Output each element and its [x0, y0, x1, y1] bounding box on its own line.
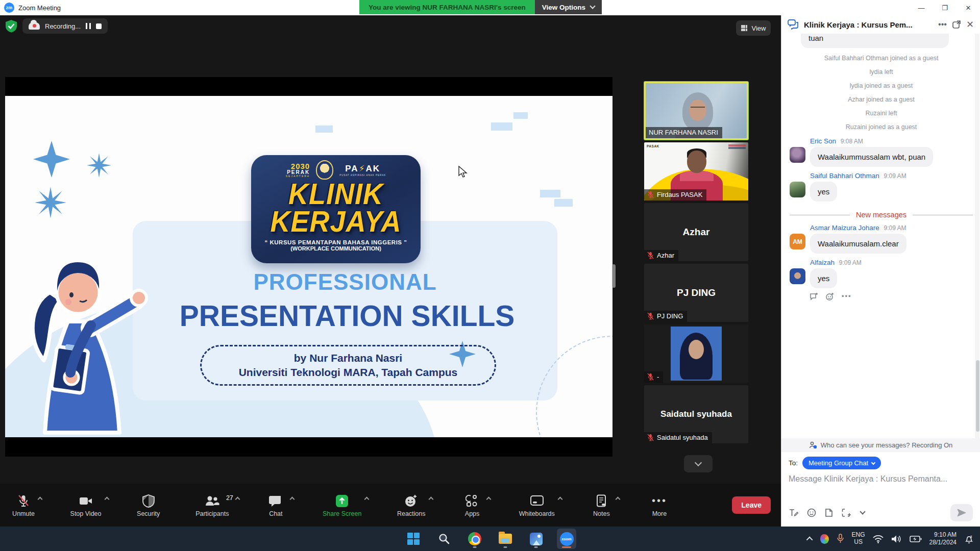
message-time: 9:08 AM [841, 138, 863, 145]
muted-mic-icon [647, 434, 654, 441]
chevron-up-icon[interactable] [104, 496, 109, 502]
toolbar-label: Stop Video [70, 510, 102, 517]
participant-name: Azhar [657, 252, 674, 259]
view-layout-button[interactable]: View [736, 20, 771, 36]
taskbar-chrome-button[interactable] [465, 529, 484, 549]
video-tile-nur-farhana[interactable]: NUR FARHANA NASRI [644, 82, 748, 140]
add-reaction-icon[interactable] [826, 292, 835, 300]
language-indicator[interactable]: ENG US [852, 532, 865, 546]
chat-button[interactable]: Chat [259, 491, 292, 519]
video-tile-firdaus[interactable]: PASAK Firdaus PASAK [644, 142, 748, 201]
sender-name[interactable]: Alfaizah [810, 259, 835, 266]
pop-out-icon[interactable] [952, 20, 961, 29]
wifi-icon[interactable] [873, 535, 884, 543]
recipient-selector[interactable]: Meeting Group Chat [802, 457, 881, 469]
sender-name[interactable]: Eric Son [810, 137, 836, 145]
unmute-button[interactable]: Unmute [7, 491, 40, 519]
name-tile-azhar[interactable]: Azhar Azhar [644, 203, 748, 261]
share-screen-button[interactable]: Share Screen [317, 491, 366, 519]
chat-more-button[interactable]: ••• [938, 20, 947, 29]
chevron-up-icon[interactable] [616, 496, 621, 502]
chevron-up-icon[interactable] [557, 496, 562, 502]
byline-institution: Universiti Teknologi MARA, Tapah Campus [239, 365, 458, 380]
screenshot-icon[interactable] [842, 508, 852, 517]
leave-button[interactable]: Leave [732, 496, 771, 514]
badge-motto: SEJAHTERA [286, 175, 310, 178]
collapse-thumbnails-button[interactable] [684, 455, 713, 472]
start-button[interactable] [404, 529, 423, 549]
view-options-button[interactable]: View Options [535, 0, 602, 14]
chat-message: Eric Son 9:08 AM Waalaikummussalam wbt, … [790, 137, 973, 167]
chevron-down-icon [871, 460, 875, 464]
tray-color-app-icon[interactable] [820, 534, 829, 544]
zoom-app-icon: zm [4, 3, 14, 13]
taskbar-zoom-button[interactable]: zoom [557, 529, 576, 549]
minimize-button[interactable]: — [910, 0, 933, 15]
chevron-up-icon[interactable] [486, 496, 492, 502]
emoji-icon[interactable] [807, 508, 816, 517]
chat-bubble-icon [269, 494, 282, 508]
slide-heading-top: PROFESSIONAL [133, 269, 557, 295]
tray-expand-icon[interactable] [806, 536, 813, 543]
participants-button[interactable]: 27 Participants [190, 491, 234, 519]
taskbar-explorer-button[interactable] [496, 529, 515, 549]
message-more-icon[interactable]: ••• [842, 292, 852, 300]
windows-logo-icon [407, 533, 420, 545]
restore-button[interactable]: ❐ [933, 0, 957, 15]
taskbar-clock[interactable]: 9:10 AM 28/1/2024 [929, 531, 957, 546]
chevron-up-icon[interactable] [290, 496, 295, 502]
tray-mic-icon[interactable] [837, 534, 844, 544]
battery-icon[interactable] [910, 535, 922, 543]
chrome-icon [468, 532, 481, 545]
chevron-up-icon[interactable] [428, 496, 433, 502]
privacy-notice[interactable]: Who can see your messages? Recording On [781, 438, 980, 452]
decorative-pixel [540, 190, 560, 197]
chevron-up-icon[interactable] [364, 496, 370, 502]
chevron-up-icon[interactable] [38, 496, 43, 502]
chat-message: Alfaizah 9:09 AM yes ••• [790, 259, 973, 300]
security-shield-icon [142, 494, 155, 508]
participant-name: NUR FARHANA NASRI [649, 129, 718, 136]
format-text-icon[interactable] [789, 508, 798, 517]
reply-icon[interactable] [810, 292, 819, 300]
sender-name[interactable]: Saiful Bahhari Othman [810, 172, 879, 180]
reactions-button[interactable]: Reactions [392, 491, 431, 519]
chat-message-input[interactable] [789, 474, 973, 501]
badge-year: 2030 [286, 162, 310, 170]
whiteboards-button[interactable]: Whiteboards [514, 491, 560, 519]
chat-bubble: tuan [801, 34, 949, 48]
notes-button[interactable]: Notes [585, 491, 618, 519]
chevron-down-icon[interactable] [860, 509, 865, 514]
send-message-button[interactable] [950, 504, 973, 521]
apps-button[interactable]: Apps [456, 491, 488, 519]
name-tile-pj-ding[interactable]: PJ DING PJ DING [644, 264, 748, 322]
decorative-pixel [315, 126, 333, 133]
chevron-up-icon[interactable] [235, 496, 240, 502]
chat-scrollbar-thumb[interactable] [976, 360, 979, 432]
cloud-recording-icon [29, 22, 40, 30]
panel-resize-handle[interactable] [612, 264, 616, 288]
chat-message: Saiful Bahhari Othman 9:09 AM yes [790, 172, 973, 202]
volume-icon[interactable] [891, 535, 902, 543]
security-button[interactable]: Security [132, 491, 165, 519]
stop-video-button[interactable]: Stop Video [65, 491, 107, 519]
pause-recording-button[interactable] [86, 23, 91, 29]
photo-tile-dash[interactable]: - [644, 324, 748, 383]
more-button[interactable]: ••• More [643, 491, 676, 519]
sender-name[interactable]: Asmar Maizura Johare [810, 224, 879, 232]
attach-file-icon[interactable] [825, 508, 833, 517]
stop-recording-button[interactable] [96, 23, 102, 29]
chat-panel: Klinik Kerjaya : Kursus Pem... ••• ✕ tua… [781, 15, 980, 527]
share-screen-icon [335, 494, 349, 508]
taskbar-search-button[interactable] [434, 529, 454, 549]
close-button[interactable]: ✕ [957, 0, 980, 15]
chat-close-button[interactable]: ✕ [966, 19, 974, 30]
notification-bell-icon[interactable]: z [964, 534, 974, 544]
new-messages-divider: New messages [790, 211, 973, 219]
sponsor-watermark [728, 144, 746, 149]
taskbar-photos-button[interactable] [526, 529, 546, 549]
chat-message-list[interactable]: tuan Saiful Bahhari Othman joined as a g… [781, 34, 980, 438]
toolbar-label: Unmute [12, 510, 35, 517]
apps-icon [465, 494, 479, 508]
name-tile-saidatul[interactable]: Saidatul syuhada Saidatul syuhada [644, 385, 748, 443]
